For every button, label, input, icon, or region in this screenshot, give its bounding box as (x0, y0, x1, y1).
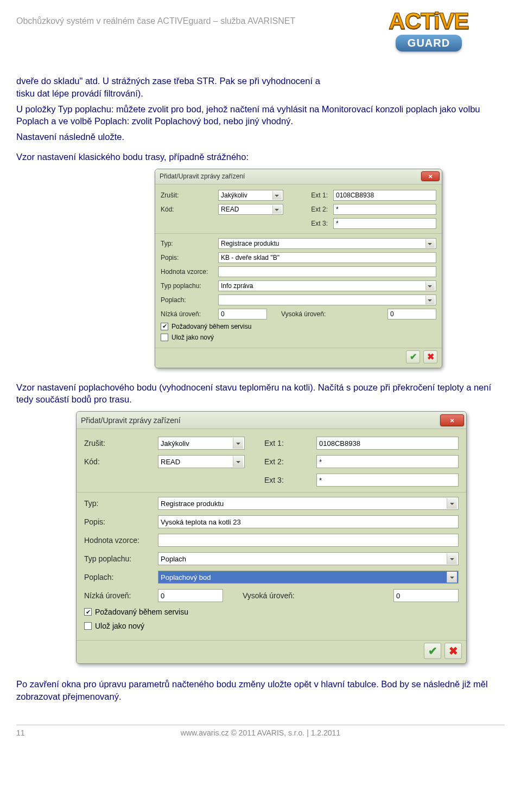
close-icon[interactable] (440, 414, 464, 426)
ok-button[interactable] (424, 643, 441, 659)
ext2-field[interactable] (316, 455, 459, 468)
checkbox-icon: ✔ (84, 608, 92, 616)
dialog-title-text: Přidat/Upravit zprávy zařízení (160, 172, 421, 180)
label-hodnota: Hodnota vzorce: (161, 268, 215, 276)
label-zrusit: Zrušit: (84, 439, 155, 447)
ext3-field[interactable] (333, 218, 436, 229)
dialog-titlebar[interactable]: Přidat/Upravit zprávy zařízení (77, 412, 466, 429)
hodnota-field[interactable] (218, 266, 436, 277)
label-ext2: Ext 2: (248, 457, 313, 466)
typ-select[interactable]: Registrace produktu (158, 497, 459, 510)
label-popis: Popis: (161, 254, 215, 261)
uloz-novy-checkbox[interactable]: Ulož jako nový (84, 622, 459, 630)
kod-select[interactable]: READ (218, 204, 283, 215)
popis-field[interactable] (158, 515, 459, 528)
label-ext1: Ext 1: (287, 191, 330, 199)
edit-device-dialog-1: Přidat/Upravit zprávy zařízení Zrušit: J… (155, 169, 442, 368)
paragraph: dveře do skladu" atd. U strážných zase t… (16, 75, 320, 100)
typ-poplachu-select[interactable]: Poplach (158, 552, 459, 565)
activeguard-logo: ACTiVE GUARD (353, 10, 505, 64)
label-typ: Typ: (161, 240, 215, 247)
label-nizka: Nízká úroveň: (84, 591, 155, 600)
paragraph: Nastavení následně uložte. (16, 131, 505, 143)
label-kod: Kód: (84, 457, 155, 466)
label-vysoka: Vysoká úroveň: (226, 591, 390, 600)
label-typ-poplachu: Typ poplachu: (84, 554, 155, 563)
label-typ-poplachu: Typ poplachu: (161, 282, 215, 290)
paragraph: U položky Typ poplachu: můžete zvolit pr… (16, 103, 505, 128)
vysoka-field[interactable] (387, 309, 436, 319)
label-hodnota: Hodnota vzorce: (84, 536, 155, 545)
checkbox-label: Požadovaný během servisu (171, 323, 251, 330)
checkbox-label: Požadovaný během servisu (95, 608, 188, 616)
cancel-button[interactable] (444, 643, 462, 659)
poplach-select[interactable] (218, 295, 436, 305)
label-ext3: Ext 3: (248, 476, 313, 484)
ext1-field[interactable] (316, 437, 459, 450)
cancel-button[interactable] (423, 350, 437, 363)
label-zrusit: Zrušit: (161, 191, 215, 199)
hodnota-field[interactable] (158, 534, 459, 547)
checkbox-label: Ulož jako nový (95, 622, 144, 630)
ext2-field[interactable] (333, 204, 436, 215)
popis-field[interactable] (218, 252, 436, 263)
paragraph: Vzor nastavení poplachového bodu (vyhodn… (16, 381, 505, 406)
label-popis: Popis: (84, 517, 155, 526)
label-nizka: Nízká úroveň: (161, 310, 215, 318)
paragraph: Vzor nastavení klasického bodu trasy, př… (16, 151, 505, 163)
typ-select[interactable]: Registrace produktu (218, 238, 436, 249)
poplach-select[interactable]: Poplachový bod (158, 571, 459, 584)
nizka-field[interactable] (218, 309, 267, 319)
pozadovany-checkbox[interactable]: ✔ Požadovaný během servisu (161, 323, 436, 330)
checkbox-icon: ✔ (161, 323, 168, 330)
ok-button[interactable] (406, 350, 420, 363)
label-kod: Kód: (161, 206, 215, 213)
page-number: 11 (16, 728, 38, 737)
uloz-novy-checkbox[interactable]: Ulož jako nový (161, 334, 436, 341)
ext3-field[interactable] (316, 474, 459, 487)
label-vysoka: Vysoká úroveň: (270, 310, 384, 318)
ext1-field[interactable] (333, 190, 436, 201)
footer-text: www.avaris.cz © 2011 AVARIS, s.r.o. | 1.… (38, 728, 483, 737)
checkbox-icon (84, 622, 92, 630)
label-poplach: Poplach: (84, 573, 155, 581)
logo-text-bottom: GUARD (396, 35, 462, 52)
label-ext3: Ext 3: (287, 220, 330, 227)
typ-poplachu-select[interactable]: Info zpráva (218, 280, 436, 291)
edit-device-dialog-2: Přidat/Upravit zprávy zařízení Zrušit: J… (76, 411, 467, 664)
doc-header: Obchůzkový systém v reálném čase ACTIVEg… (16, 10, 295, 26)
checkbox-icon (161, 334, 168, 341)
dialog-title-text: Přidat/Upravit zprávy zařízení (81, 416, 440, 425)
zrusit-select[interactable]: Jakýkoliv (218, 190, 283, 201)
logo-text-top: ACTiVE (353, 10, 505, 33)
checkbox-label: Ulož jako nový (171, 334, 214, 341)
nizka-field[interactable] (158, 589, 223, 602)
kod-select[interactable]: READ (158, 455, 245, 468)
label-ext2: Ext 2: (287, 206, 330, 213)
dialog-titlebar[interactable]: Přidat/Upravit zprávy zařízení (155, 169, 442, 184)
pozadovany-checkbox[interactable]: ✔ Požadovaný během servisu (84, 608, 459, 616)
label-typ: Typ: (84, 499, 155, 508)
label-ext1: Ext 1: (248, 439, 313, 447)
vysoka-field[interactable] (393, 589, 459, 602)
label-poplach: Poplach: (161, 296, 215, 304)
paragraph: Po zavření okna pro úpravu parametrů nač… (16, 678, 505, 703)
zrusit-select[interactable]: Jakýkoliv (158, 437, 245, 450)
close-icon[interactable] (421, 171, 440, 181)
